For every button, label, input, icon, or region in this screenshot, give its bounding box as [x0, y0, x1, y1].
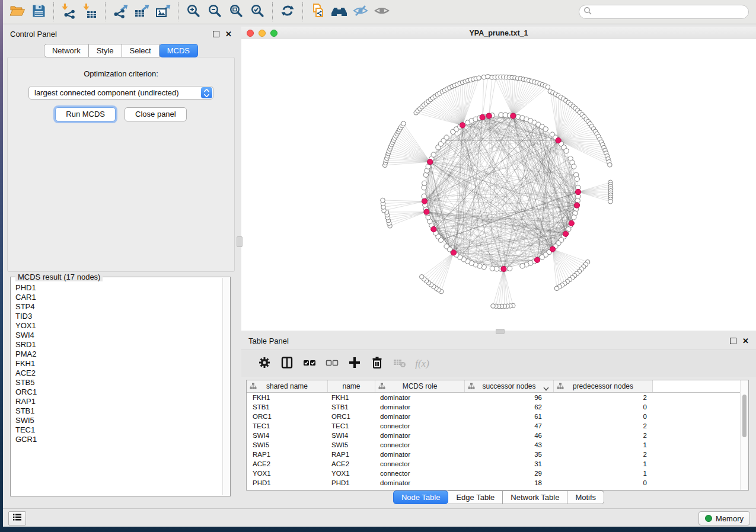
show-all-button[interactable] [371, 2, 393, 22]
graph-node[interactable] [575, 177, 579, 181]
list-item[interactable]: TID3 [15, 312, 222, 321]
graph-node[interactable] [520, 264, 525, 268]
add-button[interactable] [343, 353, 366, 374]
search-field[interactable] [595, 7, 748, 17]
graph-hub-node[interactable] [424, 209, 429, 214]
list-item[interactable]: CAR1 [15, 293, 222, 302]
tab-motifs[interactable]: Motifs [567, 491, 604, 504]
graph-node[interactable] [422, 194, 426, 198]
graph-hub-node[interactable] [431, 226, 436, 232]
table-row[interactable]: YOX1YOX1connector291 [247, 469, 748, 478]
graph-hub-node[interactable] [511, 113, 516, 118]
tab-network[interactable]: Network [44, 44, 89, 57]
select-all-button[interactable] [298, 353, 321, 374]
refresh-button[interactable] [277, 2, 298, 22]
list-item[interactable]: PMA2 [15, 350, 222, 359]
graph-node[interactable] [543, 127, 548, 132]
toggle-panes-button[interactable] [276, 353, 298, 374]
list-item[interactable]: ACE2 [15, 368, 222, 378]
float-panel-icon[interactable] [213, 31, 219, 37]
column-header-shared-name[interactable]: shared name [247, 380, 328, 392]
list-item[interactable]: SRD1 [15, 340, 222, 350]
close-panel-icon[interactable]: ✕ [742, 337, 749, 345]
function-builder-button[interactable]: f(x) [411, 353, 433, 374]
graph-hub-node[interactable] [422, 198, 427, 204]
graph-node[interactable] [491, 304, 496, 309]
graph-hub-node[interactable] [550, 246, 555, 252]
graph-node[interactable] [401, 121, 406, 126]
close-panel-icon[interactable]: ✕ [225, 30, 232, 38]
graph-hub-node[interactable] [460, 123, 465, 128]
list-item[interactable]: ORC1 [15, 387, 222, 397]
close-panel-button[interactable]: Close panel [125, 107, 187, 121]
graph-node[interactable] [381, 198, 385, 203]
graph-node[interactable] [554, 286, 559, 291]
import-network-button[interactable] [58, 2, 79, 22]
graph-node[interactable] [420, 275, 425, 280]
optimization-criterion-select[interactable]: largest connected component (undirected) [28, 86, 213, 100]
graph-hub-node[interactable] [451, 250, 456, 255]
tab-edge-table[interactable]: Edge Table [448, 491, 503, 504]
graph-node[interactable] [422, 181, 427, 185]
list-item[interactable]: STB5 [15, 378, 222, 387]
graph-hub-node[interactable] [428, 159, 433, 165]
open-file-button[interactable] [7, 2, 28, 22]
graph-hub-node[interactable] [480, 114, 485, 120]
graph-hub-node[interactable] [569, 220, 574, 226]
list-item[interactable]: GCR1 [15, 435, 222, 444]
graph-hub-node[interactable] [534, 257, 540, 262]
export-image-button[interactable] [152, 2, 174, 22]
graph-hub-node[interactable] [574, 203, 579, 208]
delete-button[interactable] [366, 353, 388, 374]
deselect-all-button[interactable] [321, 353, 343, 374]
mcds-list-scrollbar[interactable] [222, 278, 229, 495]
table-row[interactable]: ORC1ORC1dominator610 [247, 412, 748, 421]
task-list-button[interactable] [8, 511, 26, 525]
graph-node[interactable] [540, 255, 544, 259]
zoom-fit-button[interactable] [225, 2, 247, 22]
graph-node[interactable] [477, 76, 481, 81]
graph-hub-node[interactable] [501, 266, 506, 271]
hide-selected-button[interactable] [350, 2, 371, 22]
table-row[interactable]: TEC1TEC1connector472 [247, 421, 748, 431]
graph-node[interactable] [431, 152, 436, 157]
graph-hub-node[interactable] [563, 231, 568, 236]
graph-node[interactable] [572, 164, 576, 169]
list-item[interactable]: RAP1 [15, 397, 222, 406]
table-row[interactable]: PHD1PHD1dominator180 [247, 478, 748, 488]
column-header-predecessor-nodes[interactable]: predecessor nodes [554, 380, 653, 392]
tab-node-table[interactable]: Node Table [393, 491, 449, 504]
search-input[interactable] [579, 5, 749, 19]
list-item[interactable]: STB1 [15, 406, 222, 416]
graph-node[interactable] [572, 215, 576, 220]
delete-table-button[interactable] [388, 353, 411, 374]
graph-node[interactable] [444, 244, 449, 249]
list-item[interactable]: YOX1 [15, 321, 222, 331]
graph-hub-node[interactable] [486, 113, 492, 118]
zoom-selected-button[interactable] [247, 2, 268, 22]
table-settings-button[interactable] [253, 353, 276, 374]
graph-hub-node[interactable] [575, 189, 580, 194]
import-table-button[interactable] [79, 2, 101, 22]
save-session-button[interactable] [28, 2, 49, 22]
list-item[interactable]: STP4 [15, 302, 222, 312]
tab-mcds[interactable]: MCDS [160, 44, 198, 57]
tab-style[interactable]: Style [89, 44, 122, 57]
tab-network-table[interactable]: Network Table [503, 491, 567, 504]
table-row[interactable]: STB1STB1dominator620 [247, 402, 748, 412]
run-mcds-button[interactable]: Run MCDS [55, 107, 116, 121]
zoom-out-button[interactable] [204, 2, 225, 22]
export-table-button[interactable] [131, 2, 152, 22]
table-row[interactable]: RAP1RAP1dominator352 [247, 450, 748, 459]
find-neighbors-button[interactable] [328, 2, 350, 22]
list-item[interactable]: SWI5 [15, 416, 222, 425]
export-network-button[interactable] [110, 2, 131, 22]
list-item[interactable]: SWI4 [15, 331, 222, 340]
graph-node[interactable] [608, 199, 613, 204]
graph-node[interactable] [608, 163, 613, 168]
tab-select[interactable]: Select [122, 44, 160, 57]
chevron-down-icon[interactable] [543, 384, 549, 393]
table-row[interactable]: SWI4SWI4dominator462 [247, 431, 748, 440]
table-scrollbar[interactable] [740, 380, 748, 490]
column-header-successor-nodes[interactable]: successor nodes [465, 380, 554, 392]
